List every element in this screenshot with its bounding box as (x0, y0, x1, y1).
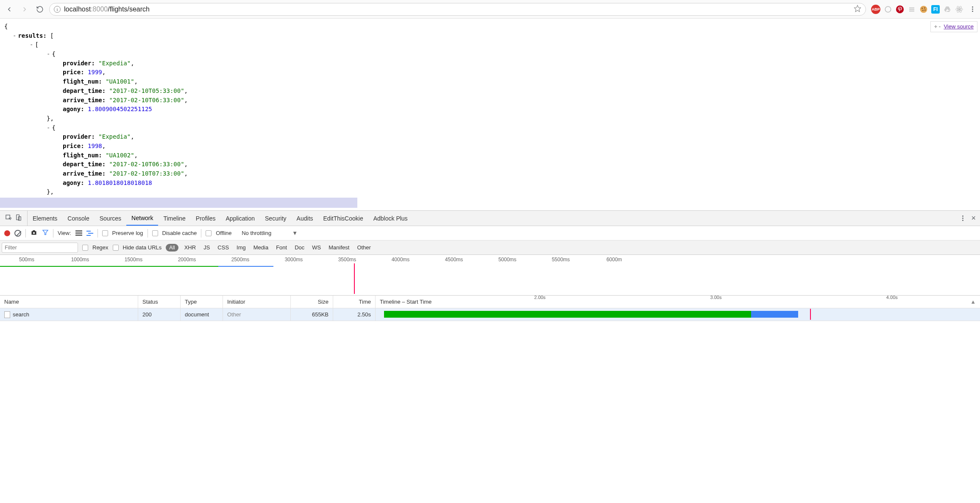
col-header-size[interactable]: Size (291, 296, 333, 308)
tab-application[interactable]: Application (221, 211, 260, 226)
network-overview[interactable]: 500ms 1000ms 1500ms 2000ms 2500ms 3000ms… (0, 255, 980, 296)
collapse-toggle-icon[interactable]: - (47, 124, 52, 131)
inspect-element-icon[interactable] (5, 214, 12, 222)
tick-label: 5000ms (481, 257, 534, 263)
filter-input[interactable] (2, 243, 78, 253)
json-key-results: results (18, 32, 43, 39)
tab-profiles[interactable]: Profiles (191, 211, 221, 226)
url-port: :8000 (91, 6, 108, 13)
tab-console[interactable]: Console (62, 211, 94, 226)
collapse-toggle-icon[interactable]: - (30, 41, 35, 48)
browser-menu-button[interactable] (969, 6, 977, 12)
site-info-icon[interactable]: i (54, 6, 61, 13)
extension-icons: ABP FI (869, 5, 965, 14)
tab-audits[interactable]: Audits (292, 211, 318, 226)
tick-label: 4000ms (374, 257, 427, 263)
svg-rect-25 (75, 235, 82, 236)
filter-type-xhr[interactable]: XHR (183, 244, 198, 251)
filter-type-manifest[interactable]: Manifest (327, 244, 351, 251)
view-mode-small-icon[interactable] (86, 230, 93, 236)
filter-type-js[interactable]: JS (202, 244, 212, 251)
bookmark-star-icon[interactable] (854, 5, 861, 14)
device-mode-icon[interactable] (15, 214, 22, 222)
filter-type-doc[interactable]: Doc (293, 244, 306, 251)
reload-button[interactable] (34, 3, 46, 15)
col-header-timeline-label: Timeline – Start Time (380, 299, 432, 305)
arrow-left-icon (6, 6, 13, 13)
extension-icon[interactable] (884, 5, 892, 14)
tab-timeline[interactable]: Timeline (158, 211, 190, 226)
extension-icon[interactable] (908, 5, 916, 14)
table-header-row: Name Status Type Initiator Size Time Tim… (0, 296, 980, 308)
request-name: search (13, 311, 29, 318)
expand-all-button[interactable]: + (934, 23, 938, 30)
chevron-down-icon[interactable]: ▼ (292, 230, 298, 236)
devtools-menu-button[interactable] (959, 215, 967, 221)
col-header-initiator[interactable]: Initiator (223, 296, 291, 308)
preserve-log-checkbox[interactable] (102, 230, 108, 236)
col-header-time[interactable]: Time (333, 296, 376, 308)
filter-type-ws[interactable]: WS (310, 244, 323, 251)
svg-marker-0 (855, 5, 861, 11)
table-row[interactable]: search 200 document Other 655KB 2.50s (0, 308, 980, 321)
cookie-icon[interactable] (919, 5, 928, 14)
url-bar[interactable]: i localhost:8000/flights/search (49, 3, 866, 16)
tab-editthiscookie[interactable]: EditThisCookie (318, 211, 368, 226)
fi-extension-icon[interactable]: FI (931, 5, 940, 14)
svg-rect-3 (909, 7, 914, 8)
col-header-name[interactable]: Name (0, 296, 138, 308)
filter-type-img[interactable]: Img (235, 244, 248, 251)
screenshot-icon[interactable] (30, 229, 38, 237)
tick-label: 2500ms (214, 257, 267, 263)
filter-type-media[interactable]: Media (252, 244, 270, 251)
filter-type-all[interactable]: All (166, 244, 178, 252)
json-key: price (63, 69, 81, 75)
throttling-select[interactable]: No throttling (242, 230, 271, 236)
cell-time: 2.50s (333, 308, 376, 321)
request-table: Name Status Type Initiator Size Time Tim… (0, 296, 980, 333)
hide-data-urls-label: Hide data URLs (123, 244, 162, 251)
tab-sources[interactable]: Sources (95, 211, 126, 226)
json-key: agony (63, 106, 81, 112)
col-header-timeline[interactable]: Timeline – Start Time 2.00s 3.00s 4.00s … (376, 296, 980, 308)
tab-elements[interactable]: Elements (28, 211, 62, 226)
filter-type-other[interactable]: Other (355, 244, 373, 251)
tab-network[interactable]: Network (126, 211, 158, 226)
svg-point-7 (922, 8, 923, 9)
cell-name: search (0, 308, 138, 321)
col-header-type[interactable]: Type (181, 296, 223, 308)
json-key: provider (63, 60, 91, 67)
hide-data-urls-checkbox[interactable] (113, 245, 119, 251)
record-button[interactable] (4, 230, 10, 236)
json-value: "2017-02-10T05:33:00" (109, 87, 184, 94)
pinterest-icon[interactable] (896, 5, 904, 14)
json-value: "2017-02-10T07:33:00" (109, 170, 184, 177)
filter-type-font[interactable]: Font (274, 244, 289, 251)
clear-button[interactable] (14, 230, 21, 237)
json-key: provider (63, 133, 91, 140)
adblock-plus-icon[interactable]: ABP (871, 5, 880, 14)
devtools: Elements Console Sources Network Timelin… (0, 210, 980, 333)
collapse-all-button[interactable]: - (939, 23, 941, 30)
react-devtools-icon[interactable] (955, 5, 963, 14)
view-mode-large-icon[interactable] (75, 230, 82, 236)
collapse-toggle-icon[interactable]: - (47, 50, 52, 57)
devtools-close-button[interactable]: × (967, 214, 980, 223)
url-host: localhost (64, 6, 91, 13)
filter-toggle-icon[interactable] (42, 229, 49, 237)
drive-icon[interactable] (943, 5, 952, 14)
tab-security[interactable]: Security (260, 211, 292, 226)
tick-label: 4.00s (804, 295, 980, 300)
tab-adblock-plus[interactable]: Adblock Plus (368, 211, 413, 226)
collapse-toggle-icon[interactable]: - (13, 32, 18, 39)
json-key: arrive_time (63, 170, 102, 177)
cell-size: 655KB (291, 308, 333, 321)
offline-checkbox[interactable] (206, 230, 212, 236)
view-source-link[interactable]: View source (944, 23, 974, 30)
url-path: /flights/search (108, 6, 150, 13)
disable-cache-checkbox[interactable] (152, 230, 158, 236)
filter-type-css[interactable]: CSS (216, 244, 231, 251)
regex-checkbox[interactable] (82, 245, 88, 251)
back-button[interactable] (3, 3, 15, 15)
col-header-status[interactable]: Status (138, 296, 181, 308)
